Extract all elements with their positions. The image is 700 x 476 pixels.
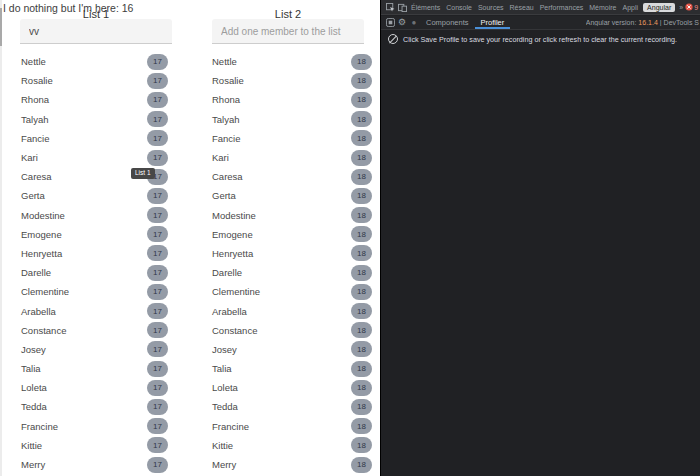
member-name: Rosalie bbox=[212, 75, 244, 86]
list2-members: Nettle18Rosalie18Rhona18Talyah18Fancie18… bbox=[212, 52, 372, 474]
left-scrollbar-thumb[interactable] bbox=[0, 8, 2, 46]
member-name: Francine bbox=[212, 421, 249, 432]
tab-console[interactable]: Console bbox=[443, 4, 475, 11]
member-name: Merry bbox=[21, 459, 45, 470]
tab-appli[interactable]: Appli bbox=[620, 4, 642, 11]
panel-icon[interactable] bbox=[384, 17, 396, 29]
list-item[interactable]: Francine17 bbox=[21, 417, 168, 436]
list-item[interactable]: Gerta18 bbox=[212, 186, 372, 205]
list-item[interactable]: Merry18 bbox=[212, 455, 372, 474]
member-name: Fancie bbox=[21, 133, 50, 144]
member-name: Nettle bbox=[21, 56, 46, 67]
member-count-badge: 17 bbox=[147, 284, 168, 300]
inspect-element-icon[interactable] bbox=[384, 1, 396, 13]
list-item[interactable]: Josey17 bbox=[21, 340, 168, 359]
list-item[interactable]: Gerta17 bbox=[21, 186, 168, 205]
list-item[interactable]: Emogene17 bbox=[21, 225, 168, 244]
member-name: Nettle bbox=[212, 56, 237, 67]
devtools-tabbar: ÉlémentsConsoleSourcesRéseauPerformances… bbox=[381, 0, 700, 15]
list-item[interactable]: Kittie17 bbox=[21, 436, 168, 455]
list-item[interactable]: Arabella18 bbox=[212, 301, 372, 320]
list-item[interactable]: Merry17 bbox=[21, 455, 168, 474]
list-item[interactable]: Rosalie17 bbox=[21, 71, 168, 90]
member-count-badge: 18 bbox=[351, 322, 372, 338]
list-item[interactable]: Caresa18 bbox=[212, 167, 372, 186]
device-toolbar-icon[interactable] bbox=[396, 1, 408, 13]
list-item[interactable]: Nettle18 bbox=[212, 52, 372, 71]
error-badge[interactable]: 9 bbox=[685, 3, 699, 11]
list-item[interactable]: Talyah17 bbox=[21, 110, 168, 129]
tab-sources[interactable]: Sources bbox=[475, 4, 507, 11]
list-item[interactable]: Arabella17 bbox=[21, 301, 168, 320]
member-name: Talyah bbox=[212, 114, 239, 125]
tab-memoire[interactable]: Mémoire bbox=[586, 4, 619, 11]
list-item[interactable]: Tedda17 bbox=[21, 397, 168, 416]
tab-reseau[interactable]: Réseau bbox=[507, 4, 537, 11]
member-name: Modestine bbox=[21, 210, 65, 221]
list-item[interactable]: Modestine17 bbox=[21, 206, 168, 225]
tab-components[interactable]: Components bbox=[420, 16, 475, 29]
member-count-badge: 17 bbox=[147, 111, 168, 127]
list-item[interactable]: Loleta18 bbox=[212, 378, 372, 397]
list-item[interactable]: Josey18 bbox=[212, 340, 372, 359]
member-name: Emogene bbox=[212, 229, 253, 240]
list-item[interactable]: Fancie17 bbox=[21, 129, 168, 148]
more-tabs-icon[interactable]: » bbox=[677, 4, 685, 11]
list-item[interactable]: Fancie18 bbox=[212, 129, 372, 148]
list-item[interactable]: Clementine17 bbox=[21, 282, 168, 301]
member-name: Arabella bbox=[21, 306, 56, 317]
member-count-badge: 17 bbox=[147, 73, 168, 89]
gear-icon[interactable]: ⚙ bbox=[396, 17, 408, 29]
record-icon[interactable]: ● bbox=[408, 17, 420, 29]
list1-members: Nettle17Rosalie17Rhona17Talyah17Fancie17… bbox=[21, 52, 168, 474]
angular-devtools-tabbar: ⚙ ● Components Profiler Angular version:… bbox=[381, 16, 700, 30]
list2-add-member-input[interactable] bbox=[212, 19, 364, 44]
member-name: Emogene bbox=[21, 229, 62, 240]
list-item[interactable]: Darelle18 bbox=[212, 263, 372, 282]
list-item[interactable]: Talyah18 bbox=[212, 110, 372, 129]
error-icon bbox=[685, 3, 693, 11]
member-name: Caresa bbox=[212, 171, 243, 182]
member-name: Modestine bbox=[212, 210, 256, 221]
list-item[interactable]: Loleta17 bbox=[21, 378, 168, 397]
list-item[interactable]: Henryetta18 bbox=[212, 244, 372, 263]
block-icon bbox=[388, 34, 398, 44]
member-count-badge: 17 bbox=[147, 207, 168, 223]
member-name: Kittie bbox=[21, 440, 42, 451]
member-count-badge: 17 bbox=[147, 361, 168, 377]
list-item[interactable]: Rhona18 bbox=[212, 90, 372, 109]
member-count-badge: 18 bbox=[351, 380, 372, 396]
tab-performances[interactable]: Performances bbox=[537, 4, 587, 11]
tab-angular[interactable]: Angular bbox=[643, 3, 675, 12]
member-name: Kari bbox=[212, 152, 229, 163]
member-name: Talia bbox=[212, 363, 232, 374]
list-item[interactable]: Nettle17 bbox=[21, 52, 168, 71]
member-name: Rosalie bbox=[21, 75, 53, 86]
member-count-badge: 17 bbox=[147, 150, 168, 166]
list-item[interactable]: Kittie18 bbox=[212, 436, 372, 455]
list-item[interactable]: Rosalie18 bbox=[212, 71, 372, 90]
list-item[interactable]: Emogene18 bbox=[212, 225, 372, 244]
list-item[interactable]: Tedda18 bbox=[212, 397, 372, 416]
list-item[interactable]: Talia18 bbox=[212, 359, 372, 378]
member-count-badge: 18 bbox=[351, 111, 372, 127]
list-item[interactable]: Clementine18 bbox=[212, 282, 372, 301]
member-count-badge: 17 bbox=[147, 322, 168, 338]
list-item[interactable]: Constance17 bbox=[21, 321, 168, 340]
list-item[interactable]: Kari17 bbox=[21, 148, 168, 167]
tab-elements[interactable]: Éléments bbox=[408, 4, 443, 11]
member-name: Loleta bbox=[212, 382, 238, 393]
list-item[interactable]: Francine18 bbox=[212, 417, 372, 436]
list1-add-member-input[interactable] bbox=[20, 19, 172, 44]
list-item[interactable]: Henryetta17 bbox=[21, 244, 168, 263]
tab-profiler[interactable]: Profiler bbox=[475, 16, 511, 29]
list-item[interactable]: Rhona17 bbox=[21, 90, 168, 109]
list-item[interactable]: Darelle17 bbox=[21, 263, 168, 282]
left-scrollbar[interactable] bbox=[0, 0, 2, 476]
drag-tooltip: List 1 bbox=[131, 168, 155, 179]
list-item[interactable]: Constance18 bbox=[212, 321, 372, 340]
list-item[interactable]: Modestine18 bbox=[212, 206, 372, 225]
list-item[interactable]: Talia17 bbox=[21, 359, 168, 378]
list-item[interactable]: Kari18 bbox=[212, 148, 372, 167]
member-count-badge: 17 bbox=[147, 418, 168, 434]
